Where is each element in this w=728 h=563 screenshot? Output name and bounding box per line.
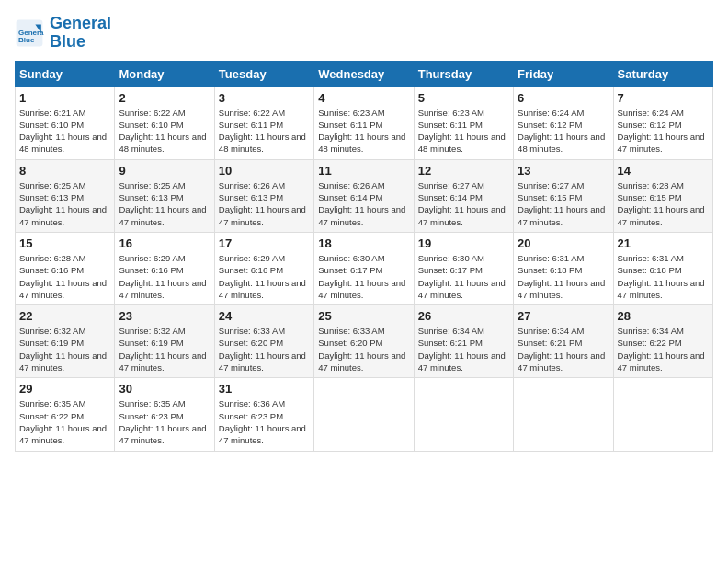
logo: General Blue GeneralBlue: [15, 15, 111, 52]
day-info: Sunrise: 6:34 AMSunset: 6:21 PMDaylight:…: [418, 326, 506, 373]
day-number: 20: [518, 236, 609, 250]
calendar-cell: 31 Sunrise: 6:36 AMSunset: 6:23 PMDaylig…: [214, 378, 313, 451]
day-number: 17: [219, 236, 310, 250]
day-info: Sunrise: 6:23 AMSunset: 6:11 PMDaylight:…: [418, 108, 506, 155]
day-info: Sunrise: 6:22 AMSunset: 6:11 PMDaylight:…: [219, 108, 306, 155]
day-info: Sunrise: 6:30 AMSunset: 6:17 PMDaylight:…: [318, 253, 405, 300]
calendar-cell: 27 Sunrise: 6:34 AMSunset: 6:21 PMDaylig…: [514, 305, 613, 378]
calendar-cell: 2 Sunrise: 6:22 AMSunset: 6:10 PMDayligh…: [115, 86, 214, 159]
day-info: Sunrise: 6:35 AMSunset: 6:23 PMDaylight:…: [119, 398, 206, 445]
calendar-cell: 8 Sunrise: 6:25 AMSunset: 6:13 PMDayligh…: [16, 159, 115, 232]
day-number: 10: [219, 164, 310, 178]
day-number: 25: [318, 309, 409, 323]
day-number: 21: [618, 236, 709, 250]
day-number: 19: [418, 236, 509, 250]
day-number: 4: [318, 91, 409, 105]
calendar-cell: 18 Sunrise: 6:30 AMSunset: 6:17 PMDaylig…: [314, 232, 414, 304]
day-number: 12: [418, 164, 509, 178]
day-info: Sunrise: 6:30 AMSunset: 6:17 PMDaylight:…: [418, 253, 506, 300]
day-number: 30: [119, 382, 210, 396]
day-number: 28: [618, 309, 709, 323]
day-info: Sunrise: 6:33 AMSunset: 6:20 PMDaylight:…: [318, 326, 405, 373]
day-number: 26: [418, 309, 509, 323]
day-number: 18: [318, 236, 409, 250]
day-info: Sunrise: 6:32 AMSunset: 6:19 PMDaylight:…: [119, 326, 206, 373]
calendar-cell: 11 Sunrise: 6:26 AMSunset: 6:14 PMDaylig…: [314, 159, 414, 232]
day-number: 23: [119, 309, 210, 323]
day-info: Sunrise: 6:26 AMSunset: 6:14 PMDaylight:…: [318, 180, 405, 227]
day-number: 29: [19, 382, 110, 396]
calendar-cell: 25 Sunrise: 6:33 AMSunset: 6:20 PMDaylig…: [314, 305, 414, 378]
calendar-week-row: 29 Sunrise: 6:35 AMSunset: 6:22 PMDaylig…: [16, 378, 713, 451]
page-container: General Blue GeneralBlue SundayMondayTue…: [0, 0, 728, 461]
day-number: 27: [518, 309, 609, 323]
day-number: 14: [618, 164, 709, 178]
day-number: 16: [119, 236, 210, 250]
calendar-week-row: 1 Sunrise: 6:21 AMSunset: 6:10 PMDayligh…: [16, 86, 713, 159]
calendar-cell: 17 Sunrise: 6:29 AMSunset: 6:16 PMDaylig…: [214, 232, 313, 304]
calendar-cell: 12 Sunrise: 6:27 AMSunset: 6:14 PMDaylig…: [414, 159, 513, 232]
calendar-cell: 1 Sunrise: 6:21 AMSunset: 6:10 PMDayligh…: [16, 86, 115, 159]
calendar-cell: 15 Sunrise: 6:28 AMSunset: 6:16 PMDaylig…: [16, 232, 115, 304]
day-number: 3: [219, 91, 310, 105]
day-info: Sunrise: 6:28 AMSunset: 6:15 PMDaylight:…: [618, 180, 705, 227]
calendar-week-row: 8 Sunrise: 6:25 AMSunset: 6:13 PMDayligh…: [16, 159, 713, 232]
logo-icon: General Blue: [15, 18, 44, 48]
day-info: Sunrise: 6:26 AMSunset: 6:13 PMDaylight:…: [219, 180, 306, 227]
weekday-header-saturday: Saturday: [613, 61, 712, 86]
day-number: 5: [418, 91, 509, 105]
weekday-header-sunday: Sunday: [16, 61, 115, 86]
day-info: Sunrise: 6:23 AMSunset: 6:11 PMDaylight:…: [318, 108, 405, 155]
calendar-cell: 4 Sunrise: 6:23 AMSunset: 6:11 PMDayligh…: [314, 86, 414, 159]
calendar-cell: 28 Sunrise: 6:34 AMSunset: 6:22 PMDaylig…: [613, 305, 712, 378]
day-info: Sunrise: 6:33 AMSunset: 6:20 PMDaylight:…: [219, 326, 306, 373]
weekday-header-monday: Monday: [115, 61, 214, 86]
day-number: 24: [219, 309, 310, 323]
day-info: Sunrise: 6:31 AMSunset: 6:18 PMDaylight:…: [518, 253, 605, 300]
day-number: 7: [618, 91, 709, 105]
svg-text:Blue: Blue: [18, 36, 35, 44]
day-number: 2: [119, 91, 210, 105]
calendar-cell: [514, 378, 613, 451]
logo-text: GeneralBlue: [50, 15, 111, 52]
day-info: Sunrise: 6:22 AMSunset: 6:10 PMDaylight:…: [119, 108, 206, 155]
calendar-cell: 10 Sunrise: 6:26 AMSunset: 6:13 PMDaylig…: [214, 159, 313, 232]
day-info: Sunrise: 6:25 AMSunset: 6:13 PMDaylight:…: [19, 180, 107, 227]
calendar-cell: 6 Sunrise: 6:24 AMSunset: 6:12 PMDayligh…: [514, 86, 613, 159]
calendar-cell: 29 Sunrise: 6:35 AMSunset: 6:22 PMDaylig…: [16, 378, 115, 451]
calendar-table: SundayMondayTuesdayWednesdayThursdayFrid…: [15, 61, 713, 452]
calendar-cell: 21 Sunrise: 6:31 AMSunset: 6:18 PMDaylig…: [613, 232, 712, 304]
day-info: Sunrise: 6:29 AMSunset: 6:16 PMDaylight:…: [219, 253, 306, 300]
day-info: Sunrise: 6:34 AMSunset: 6:21 PMDaylight:…: [518, 326, 605, 373]
day-number: 9: [119, 164, 210, 178]
weekday-header-tuesday: Tuesday: [214, 61, 313, 86]
weekday-header-wednesday: Wednesday: [314, 61, 414, 86]
calendar-cell: 3 Sunrise: 6:22 AMSunset: 6:11 PMDayligh…: [214, 86, 313, 159]
calendar-cell: 20 Sunrise: 6:31 AMSunset: 6:18 PMDaylig…: [514, 232, 613, 304]
calendar-cell: 7 Sunrise: 6:24 AMSunset: 6:12 PMDayligh…: [613, 86, 712, 159]
calendar-cell: 24 Sunrise: 6:33 AMSunset: 6:20 PMDaylig…: [214, 305, 313, 378]
day-number: 15: [19, 236, 110, 250]
calendar-cell: 26 Sunrise: 6:34 AMSunset: 6:21 PMDaylig…: [414, 305, 513, 378]
calendar-cell: 14 Sunrise: 6:28 AMSunset: 6:15 PMDaylig…: [613, 159, 712, 232]
calendar-cell: 19 Sunrise: 6:30 AMSunset: 6:17 PMDaylig…: [414, 232, 513, 304]
day-number: 22: [19, 309, 110, 323]
day-info: Sunrise: 6:27 AMSunset: 6:15 PMDaylight:…: [518, 180, 605, 227]
day-info: Sunrise: 6:21 AMSunset: 6:10 PMDaylight:…: [19, 108, 107, 155]
day-info: Sunrise: 6:24 AMSunset: 6:12 PMDaylight:…: [618, 108, 705, 155]
calendar-week-row: 15 Sunrise: 6:28 AMSunset: 6:16 PMDaylig…: [16, 232, 713, 304]
calendar-cell: [613, 378, 712, 451]
weekday-header-thursday: Thursday: [414, 61, 513, 86]
page-header: General Blue GeneralBlue: [15, 15, 713, 52]
calendar-week-row: 22 Sunrise: 6:32 AMSunset: 6:19 PMDaylig…: [16, 305, 713, 378]
calendar-cell: [414, 378, 513, 451]
day-number: 6: [518, 91, 609, 105]
day-info: Sunrise: 6:34 AMSunset: 6:22 PMDaylight:…: [618, 326, 705, 373]
calendar-cell: 16 Sunrise: 6:29 AMSunset: 6:16 PMDaylig…: [115, 232, 214, 304]
day-info: Sunrise: 6:36 AMSunset: 6:23 PMDaylight:…: [219, 398, 306, 445]
day-number: 13: [518, 164, 609, 178]
calendar-cell: 22 Sunrise: 6:32 AMSunset: 6:19 PMDaylig…: [16, 305, 115, 378]
day-info: Sunrise: 6:31 AMSunset: 6:18 PMDaylight:…: [618, 253, 705, 300]
day-number: 8: [19, 164, 110, 178]
calendar-cell: 13 Sunrise: 6:27 AMSunset: 6:15 PMDaylig…: [514, 159, 613, 232]
